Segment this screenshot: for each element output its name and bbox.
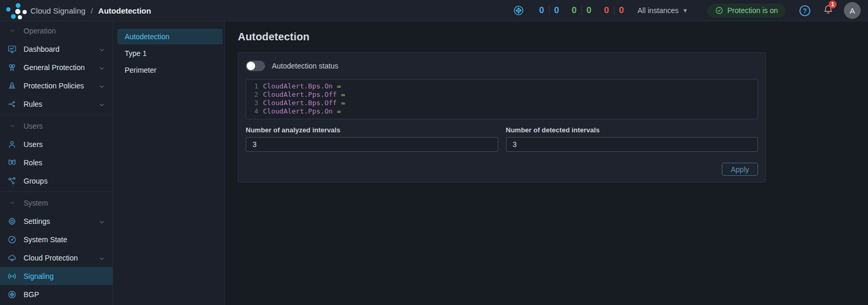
sidebar-section-operation[interactable]: Operation bbox=[0, 21, 113, 40]
submenu-item-label: Autodetection bbox=[125, 32, 170, 41]
protection-status-label: Protection is on bbox=[728, 6, 778, 15]
code-identifier: CloudAlert.Pps.Off bbox=[263, 91, 337, 99]
detected-intervals-input[interactable] bbox=[506, 137, 759, 152]
cluster-shield-icon bbox=[7, 63, 17, 72]
breadcrumb-section[interactable]: Cloud Signaling bbox=[30, 6, 85, 15]
breadcrumb-page: Autodetection bbox=[98, 6, 151, 15]
chevron-down-icon bbox=[99, 46, 105, 52]
sidebar-item-rules[interactable]: Rules bbox=[0, 95, 113, 113]
status-counters: 0 0 0 0 0 0 bbox=[539, 5, 624, 16]
sidebar-item-users[interactable]: Users bbox=[0, 135, 113, 153]
counter-value: 0 bbox=[572, 5, 576, 16]
submenu-item-perimeter[interactable]: Perimeter bbox=[117, 62, 223, 78]
code-identifier: CloudAlert.Bps.On bbox=[263, 82, 333, 91]
sidebar-item-signaling[interactable]: Signaling bbox=[0, 267, 113, 285]
sidebar-item-roles[interactable]: Roles bbox=[0, 153, 113, 172]
code-line: 1 CloudAlert.Bps.On = bbox=[251, 82, 752, 91]
chevron-down-icon bbox=[9, 28, 15, 34]
sidebar-section-system[interactable]: System bbox=[0, 194, 113, 212]
counter-separator bbox=[614, 6, 614, 15]
breadcrumb: Cloud Signaling / Autodetection bbox=[30, 6, 151, 15]
sidebar-item-label: Protection Policies bbox=[24, 82, 84, 90]
autodetection-status-row: Autodetection status bbox=[246, 59, 758, 73]
sidebar-item-system-state[interactable]: System State bbox=[0, 230, 113, 248]
line-number: 1 bbox=[251, 82, 258, 91]
main-sidebar: Operation Dashboard General Protection P… bbox=[0, 21, 113, 305]
sidebar-section-label: System bbox=[24, 199, 48, 207]
avatar[interactable]: A bbox=[844, 2, 861, 19]
help-icon[interactable]: ? bbox=[799, 5, 810, 16]
chevron-down-icon bbox=[99, 255, 105, 261]
topbar-right-cluster: 0 0 0 0 0 0 All instances ▼ bbox=[513, 2, 861, 19]
page-title: Autodetection bbox=[238, 31, 868, 43]
counter-pair-blue[interactable]: 0 0 bbox=[539, 5, 559, 16]
code-operator: = bbox=[337, 107, 341, 116]
code-operator: = bbox=[341, 99, 345, 107]
submenu-item-label: Perimeter bbox=[125, 66, 157, 74]
notifications-bell[interactable]: 1 bbox=[823, 4, 833, 17]
sidebar-item-label: Rules bbox=[24, 100, 42, 108]
chevron-down-icon bbox=[9, 123, 15, 129]
top-bar: Cloud Signaling / Autodetection 0 0 0 bbox=[0, 0, 868, 21]
detected-intervals-field: Number of detected intervals bbox=[506, 126, 759, 152]
sidebar-section-users[interactable]: Users bbox=[0, 117, 113, 135]
main-content: Autodetection Autodetection status 1 Clo… bbox=[225, 21, 868, 305]
sidebar-divider bbox=[0, 191, 113, 192]
instances-dropdown[interactable]: All instances ▼ bbox=[638, 6, 688, 15]
submenu-item-autodetection[interactable]: Autodetection bbox=[117, 29, 223, 44]
line-number: 3 bbox=[251, 99, 258, 107]
gear-icon bbox=[7, 217, 17, 226]
alert-script-editor[interactable]: 1 CloudAlert.Bps.On = 2 CloudAlert.Pps.O… bbox=[246, 79, 758, 119]
sidebar-item-settings[interactable]: Settings bbox=[0, 212, 113, 230]
submenu-item-label: Type 1 bbox=[125, 49, 147, 58]
sidebar-item-groups[interactable]: Groups bbox=[0, 172, 113, 190]
sidebar-item-bgp[interactable]: BGP bbox=[0, 285, 113, 303]
branch-arrows-icon bbox=[7, 99, 17, 109]
interval-fields: Number of analyzed intervals Number of d… bbox=[246, 126, 758, 152]
analyzed-intervals-input[interactable] bbox=[246, 137, 498, 152]
toggle-knob bbox=[247, 62, 255, 70]
autodetection-panel: Autodetection status 1 CloudAlert.Bps.On… bbox=[238, 52, 766, 183]
counter-pair-red[interactable]: 0 0 bbox=[604, 5, 624, 16]
sidebar-section-label: Operation bbox=[24, 27, 56, 35]
sidebar-item-label: BGP bbox=[24, 290, 39, 299]
sidebar-item-label: Groups bbox=[24, 177, 48, 185]
sidebar-item-dashboard[interactable]: Dashboard bbox=[0, 40, 113, 58]
counter-value: 0 bbox=[604, 5, 609, 16]
code-identifier: CloudAlert.Pps.On bbox=[263, 107, 333, 116]
counter-value: 0 bbox=[539, 5, 544, 16]
sidebar-item-general-protection[interactable]: General Protection bbox=[0, 58, 113, 76]
line-number: 2 bbox=[251, 91, 258, 99]
analyzed-intervals-label: Number of analyzed intervals bbox=[246, 126, 498, 134]
code-line: 4 CloudAlert.Pps.On = bbox=[251, 107, 752, 116]
chevron-down-icon bbox=[99, 83, 105, 89]
cloud-sync-icon bbox=[7, 253, 17, 263]
avatar-initial: A bbox=[850, 6, 855, 15]
counter-pair-green[interactable]: 0 0 bbox=[572, 5, 591, 16]
network-nodes-icon bbox=[7, 176, 17, 186]
user-icon bbox=[7, 140, 17, 149]
sidebar-item-protection-policies[interactable]: Protection Policies bbox=[0, 76, 113, 95]
sidebar-item-label: Roles bbox=[24, 159, 42, 167]
protection-status-badge[interactable]: Protection is on bbox=[707, 4, 786, 18]
sidebar-item-label: System State bbox=[24, 235, 67, 244]
chevron-down-icon: ▼ bbox=[683, 7, 688, 14]
app-window: Cloud Signaling / Autodetection 0 0 0 bbox=[0, 0, 868, 305]
chevron-down-icon bbox=[99, 218, 105, 224]
code-line: 3 CloudAlert.Bps.Off = bbox=[251, 99, 752, 107]
chevron-down-icon bbox=[99, 101, 105, 107]
sidebar-item-label: Settings bbox=[24, 217, 50, 225]
app-logo-icon[interactable] bbox=[5, 2, 26, 19]
code-operator: = bbox=[341, 91, 345, 99]
bgp-status-icon[interactable] bbox=[513, 5, 524, 16]
analyzed-intervals-field: Number of analyzed intervals bbox=[246, 126, 498, 152]
autodetection-status-toggle[interactable] bbox=[246, 61, 265, 71]
line-number: 4 bbox=[251, 107, 258, 116]
apply-button[interactable]: Apply bbox=[722, 163, 758, 176]
sidebar-item-cloud-protection[interactable]: Cloud Protection bbox=[0, 248, 113, 267]
counter-value: 0 bbox=[619, 5, 624, 16]
check-circle-icon bbox=[715, 6, 723, 15]
submenu-item-type-1[interactable]: Type 1 bbox=[117, 46, 223, 61]
sidebar-item-label: Users bbox=[24, 140, 43, 149]
dashboard-icon bbox=[7, 44, 17, 54]
